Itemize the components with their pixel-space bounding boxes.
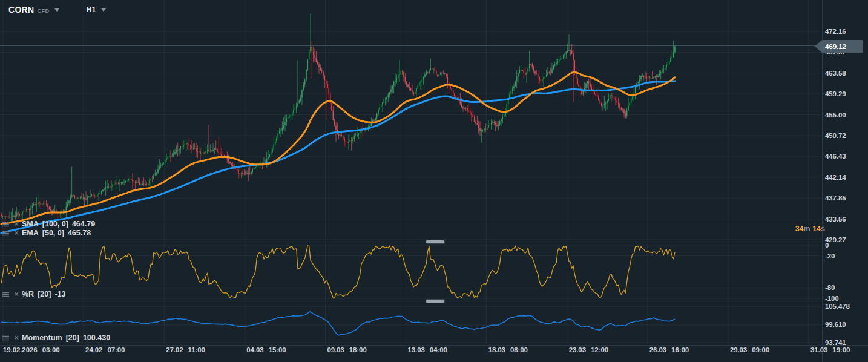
wpr-line xyxy=(1,246,675,298)
legend-momentum[interactable]: × Momentum[20]100.430 xyxy=(2,334,110,342)
wpr-panel-canvas[interactable] xyxy=(0,242,822,301)
ema-line xyxy=(1,72,675,224)
legend-value: 100.430 xyxy=(83,334,110,342)
axis-border-vertical xyxy=(822,0,823,362)
price-tick-label: 99.610 xyxy=(825,320,846,329)
momentum-line xyxy=(1,312,675,335)
time-tick-label: 24.02 07:00 xyxy=(85,346,125,354)
settings-icon[interactable] xyxy=(2,334,11,341)
legend-params: [50, 0] xyxy=(42,229,64,237)
legend-wpr[interactable]: × %R[20]-13 xyxy=(2,290,65,298)
legend-params: [20] xyxy=(38,290,51,298)
legend-name: EMA xyxy=(22,229,39,237)
chevron-down-icon xyxy=(54,8,59,12)
legend-name: SMA xyxy=(22,220,39,228)
timeframe-button[interactable]: H1 xyxy=(86,5,106,14)
settings-icon[interactable] xyxy=(2,291,11,298)
down-candle-wicks xyxy=(1,41,657,222)
price-tick-label: -100 xyxy=(825,294,839,303)
settings-icon[interactable] xyxy=(2,229,11,237)
price-tick-label: 0 xyxy=(825,241,829,249)
close-icon[interactable]: × xyxy=(12,291,21,298)
price-tick-label: 93.741 xyxy=(825,338,846,347)
price-tick-label: 459.29 xyxy=(825,90,846,98)
time-tick-label: 23.03 12:00 xyxy=(569,346,608,354)
price-tick-label: 442.14 xyxy=(825,173,846,182)
last-price-badge: 469.12 xyxy=(815,40,863,53)
symbol-name: CORN xyxy=(8,5,34,15)
panel-divider xyxy=(0,301,822,301)
time-tick-label: 04.03 15:00 xyxy=(246,346,286,354)
settings-icon[interactable] xyxy=(2,220,11,228)
legend-ema[interactable]: × EMA[50, 0]465.78 xyxy=(2,229,91,237)
symbol-type-badge: CFD xyxy=(37,8,49,14)
legend-name: Momentum xyxy=(22,334,62,342)
trading-chart-app: CORN CFD H1 × SMA[100, 0]464.79 × EMA[50… xyxy=(0,0,868,362)
price-tick-label: -20 xyxy=(825,252,835,260)
legend-name: %R xyxy=(22,290,34,298)
time-tick-label: 31.03 19:00 xyxy=(810,346,850,354)
chart-topbar: CORN CFD H1 xyxy=(8,5,106,15)
time-tick-label: 19.02.2026 03:00 xyxy=(3,346,60,354)
panel-resize-handle[interactable] xyxy=(426,240,445,244)
sma-line xyxy=(1,81,675,233)
close-icon[interactable]: × xyxy=(12,229,21,237)
price-tick-label: 472.16 xyxy=(825,27,846,36)
main-chart-canvas[interactable] xyxy=(0,0,822,242)
price-tick-label: -80 xyxy=(825,283,835,292)
time-axis-border xyxy=(0,345,868,346)
price-tick-label: 463.58 xyxy=(825,69,846,77)
price-tick-label: 450.72 xyxy=(825,131,846,140)
timeframe-label: H1 xyxy=(86,5,96,14)
close-icon[interactable]: × xyxy=(12,220,21,228)
up-candle-wicks xyxy=(2,14,675,223)
close-icon[interactable]: × xyxy=(12,334,21,341)
candle-countdown: 34m 14s xyxy=(757,225,825,233)
time-tick-label: 26.03 16:00 xyxy=(649,346,689,354)
price-tick-label: 446.43 xyxy=(825,152,846,160)
legend-value: 464.79 xyxy=(72,220,95,228)
legend-params: [100, 0] xyxy=(42,220,68,228)
time-tick-label: 13.03 04:00 xyxy=(408,346,447,354)
momentum-panel-canvas[interactable] xyxy=(0,301,822,344)
panel-divider xyxy=(0,242,822,242)
time-tick-label: 27.02 11:00 xyxy=(166,346,205,354)
legend-params: [20] xyxy=(66,334,79,342)
panel-resize-handle[interactable] xyxy=(426,299,445,303)
time-tick-label: 29.03 09:00 xyxy=(730,346,769,354)
chevron-down-icon xyxy=(101,8,106,12)
time-tick-label: 09.03 18:00 xyxy=(327,346,366,354)
price-tick-label: 433.56 xyxy=(825,215,846,223)
price-tick-label: 105.478 xyxy=(825,302,850,311)
legend-value: -13 xyxy=(54,290,65,298)
down-candle-bodies xyxy=(1,47,657,218)
legend-sma[interactable]: × SMA[100, 0]464.79 xyxy=(2,220,95,228)
legend-value: 465.78 xyxy=(68,229,91,237)
symbol-button[interactable]: CORN CFD xyxy=(8,5,59,15)
time-tick-label: 18.03 08:00 xyxy=(488,346,528,354)
price-tick-label: 437.85 xyxy=(825,194,846,202)
price-tick-label: 455.00 xyxy=(825,111,846,119)
